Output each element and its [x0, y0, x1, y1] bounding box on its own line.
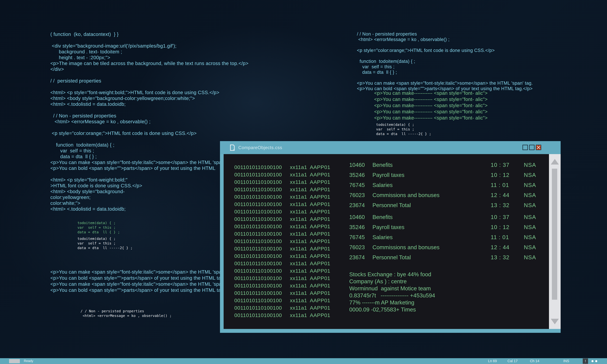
ledger-account-number: 10460 [349, 162, 365, 168]
background-mono-white-left-2: / / Non - persisted properties <html> <e… [80, 309, 172, 318]
ledger-time: 10 : 37 [491, 214, 510, 220]
ledger-time: 13 : 32 [491, 254, 510, 261]
scrollbar-thumb[interactable] [552, 169, 557, 300]
binary-row: 0011010110100100xx11a1AAPP01 [234, 267, 334, 274]
ledger-account-number: 76745 [349, 182, 365, 188]
window-left-border [220, 154, 224, 329]
ledger-tag: NSA [524, 202, 536, 208]
ledger-label: Payroll taxes [372, 224, 404, 230]
ledger-label: Personnel Total [372, 254, 411, 261]
ledger-time: 12 : 44 [491, 192, 510, 198]
binary-row: 0011010110100100xx11a1AAPP01 [234, 223, 334, 230]
binary-row: 0011010110100100xx11a1AAPP01 [234, 252, 334, 260]
status-bar: Ready Ln 69 Cal 17 Ch 14 INS ! [0, 358, 607, 364]
window-scrollbar[interactable] [549, 154, 561, 329]
status-insert-mode: INS [563, 359, 569, 363]
minimize-button[interactable] [523, 145, 528, 150]
ledger-time: 11 : 01 [491, 234, 509, 240]
scroll-up-arrow-icon[interactable] [551, 159, 559, 165]
binary-row: 0011010110100100xx11a1AAPP01 [234, 297, 334, 304]
ledger-row: 76023 Commissions and bonuses 12 : 44 NS… [349, 192, 546, 202]
binary-row: 0011010110100100xx11a1AAPP01 [234, 274, 334, 282]
ledger-label: Commissions and bonuses [372, 192, 439, 198]
ledger-label: Salaries [372, 234, 393, 240]
ledger-label: Salaries [372, 182, 393, 188]
binary-row: 0011010110100100xx11a1AAPP01 [234, 245, 334, 252]
binary-row: 0011010110100100xx11a1AAPP01 [234, 186, 334, 193]
ledger-row: 76023 Commissions and bonuses 12 : 44 NS… [349, 244, 546, 254]
ledger-footer-text: Stocks Exchange : bye 44% foodCompany (A… [349, 271, 435, 313]
window-content: 0011010110100100xx11a1AAPP01001101011010… [224, 154, 549, 329]
ledger-time: 10 : 12 [491, 172, 510, 178]
window-controls [523, 145, 541, 150]
binary-row: 0011010110100100xx11a1AAPP01 [234, 282, 334, 289]
ledger-row: 23674 Personnel Total 13 : 32 NSA [349, 202, 546, 212]
binary-row: 0011010110100100xx11a1AAPP01 [234, 289, 334, 297]
background-mono-white-right: todoitem(data) { ;var self = this ;data … [376, 122, 431, 136]
ledger-label: Payroll taxes [372, 172, 404, 178]
binary-row: 0011010110100100xx11a1AAPP01 [234, 215, 334, 223]
ledger-time: 11 : 01 [491, 182, 509, 188]
background-mono-white-left: todoitem(data) { ;var self = this ;data … [78, 236, 132, 250]
binary-row: 0011010110100100xx11a1AAPP01 [234, 193, 334, 201]
binary-row: 0011010110100100xx11a1AAPP01 [234, 201, 334, 208]
ledger-row: 35246 Payroll taxes 10 : 12 NSA [349, 172, 546, 182]
ledger-account-number: 76745 [349, 234, 365, 240]
ledger-tag: NSA [524, 182, 536, 188]
ledger-account-number: 23674 [349, 202, 365, 208]
window-titlebar[interactable]: CompareObjects.css [220, 141, 561, 154]
ledger-account-number: 76023 [349, 244, 365, 250]
ledger-block-1: 10460 Benefits 10 : 37 NSA 35246 Payroll… [349, 162, 546, 212]
ledger-tag: NSA [524, 214, 536, 220]
ledger-account-number: 76023 [349, 192, 365, 198]
ledger-tag: NSA [524, 172, 536, 178]
ledger-label: Benefits [372, 214, 393, 220]
status-dot-icon [595, 360, 597, 362]
window-bottom-border [220, 329, 561, 333]
background-code-right: / / Non - persisted properties <html> <e… [357, 31, 533, 91]
ledger-account-number: 35246 [349, 172, 365, 178]
ledger-time: 12 : 44 [491, 244, 510, 250]
status-ready-label: Ready [24, 359, 33, 363]
status-indicator-chip [9, 359, 20, 363]
binary-row: 0011010110100100xx11a1AAPP01 [234, 260, 334, 267]
ledger-label: Commissions and bonuses [372, 244, 439, 250]
ledger-row: 23674 Personnel Total 13 : 32 NSA [349, 254, 546, 264]
status-column-number: Cal 17 [507, 359, 518, 363]
ledger-tag: NSA [524, 224, 536, 230]
binary-list: 0011010110100100xx11a1AAPP01001101011010… [234, 164, 334, 319]
ledger-row: 10460 Benefits 10 : 37 NSA [349, 162, 546, 172]
scroll-down-arrow-icon[interactable] [551, 319, 559, 324]
status-dot-icon [592, 360, 594, 362]
status-char-number: Ch 14 [530, 359, 539, 363]
window-title: CompareObjects.css [238, 145, 282, 150]
binary-row: 0011010110100100xx11a1AAPP01 [234, 238, 334, 245]
ledger-account-number: 35246 [349, 224, 365, 230]
ledger-time: 13 : 32 [491, 202, 510, 208]
binary-row: 0011010110100100xx11a1AAPP01 [234, 171, 334, 178]
binary-row: 0011010110100100xx11a1AAPP01 [234, 230, 334, 238]
background-code-right-green: <p>You can make----------- <span style="… [374, 90, 488, 121]
binary-row: 0011010110100100xx11a1AAPP01 [234, 312, 334, 319]
alert-badge[interactable]: ! [583, 358, 588, 364]
document-icon [230, 144, 235, 151]
ledger-tag: NSA [524, 254, 536, 261]
background-code-left: ( function (ko, datacontext) } } <div st… [50, 31, 249, 212]
ledger-label: Personnel Total [372, 202, 411, 208]
binary-row: 0011010110100100xx11a1AAPP01 [234, 304, 334, 312]
ledger-tag: NSA [524, 162, 536, 168]
background-mono-green-left: todoitem(data) { ;var self = this ;data … [78, 221, 120, 234]
binary-row: 0011010110100100xx11a1AAPP01 [234, 208, 334, 215]
ledger-row: 10460 Benefits 10 : 37 NSA [349, 214, 546, 224]
background-code-left-lower: <p>You can make <span style="font-style:… [50, 269, 228, 293]
ledger-row: 76745 Salaries 11 : 01 NSA [349, 182, 546, 192]
ledger-tag: NSA [524, 234, 536, 240]
ledger-account-number: 23674 [349, 254, 365, 261]
ledger-row: 35246 Payroll taxes 10 : 12 NSA [349, 224, 546, 234]
close-button[interactable] [536, 145, 541, 150]
ledger-time: 10 : 37 [491, 162, 510, 168]
maximize-button[interactable] [529, 145, 535, 150]
binary-row: 0011010110100100xx11a1AAPP01 [234, 164, 334, 171]
ledger-row: 76745 Salaries 11 : 01 NSA [349, 234, 546, 244]
binary-row: 0011010110100100xx11a1AAPP01 [234, 178, 334, 186]
